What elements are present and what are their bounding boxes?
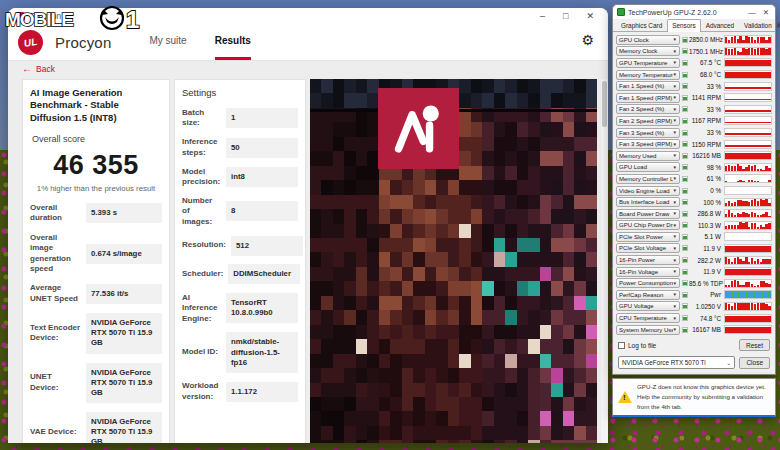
mini-chart-icon bbox=[682, 83, 688, 89]
sensor-dropdown[interactable]: Fan 2 Speed (RPM) ▼ bbox=[616, 116, 680, 126]
sensor-row: Memory Used ▼ 16216 MB bbox=[616, 150, 772, 162]
reset-button[interactable]: Reset bbox=[739, 339, 770, 351]
chevron-down-icon: ▼ bbox=[673, 37, 677, 42]
sensor-dropdown[interactable]: PCIe Slot Power ▼ bbox=[616, 232, 680, 242]
chevron-down-icon: ▼ bbox=[673, 304, 677, 309]
score-comparison-note: 1% higher than the previous result bbox=[30, 184, 162, 193]
sensor-dropdown[interactable]: Video Engine Load ▼ bbox=[616, 186, 680, 196]
chevron-down-icon: ▼ bbox=[673, 281, 677, 286]
sensor-dropdown[interactable]: Memory Used ▼ bbox=[616, 151, 680, 161]
sensor-value: 11.9 V bbox=[689, 268, 724, 275]
sensor-dropdown[interactable]: Fan 1 Speed (RPM) ▼ bbox=[616, 93, 680, 103]
sensor-label: GPU Temperature bbox=[619, 60, 673, 66]
procyon-content: ← Back AI Image Generation Benchmark - S… bbox=[8, 60, 608, 443]
sensor-row: Bus Interface Load ▼ 100 % bbox=[616, 196, 772, 208]
sensor-dropdown[interactable]: Bus Interface Load ▼ bbox=[616, 197, 680, 207]
mini-chart-icon bbox=[682, 292, 688, 298]
sensor-dropdown[interactable]: Memory Temperature ▼ bbox=[616, 70, 680, 80]
tab-validation[interactable]: Validation bbox=[739, 19, 777, 31]
mini-chart-icon bbox=[682, 222, 688, 228]
sensor-dropdown[interactable]: Board Power Draw ▼ bbox=[616, 209, 680, 219]
mini-chart-icon bbox=[682, 153, 688, 159]
devil-face-icon bbox=[101, 7, 123, 29]
sensor-dropdown[interactable]: System Memory Used ▼ bbox=[616, 325, 680, 335]
sensor-dropdown[interactable]: GPU Temperature ▼ bbox=[616, 58, 680, 68]
sensor-label: PCIe Slot Voltage bbox=[619, 245, 673, 251]
chevron-down-icon: ▼ bbox=[673, 176, 677, 181]
gpuz-close-button[interactable]: ✕ bbox=[763, 8, 769, 17]
kv-value: 50 bbox=[226, 138, 298, 158]
sensor-dropdown[interactable]: Fan 1 Speed (%) ▼ bbox=[616, 81, 680, 91]
mini-chart-icon bbox=[682, 211, 688, 217]
gpuz-window: TechPowerUp GPU-Z 2.62.0 — ✕ Graphics Ca… bbox=[612, 4, 776, 417]
mini-chart-icon bbox=[682, 315, 688, 321]
sensor-value: 110.3 W bbox=[689, 222, 724, 229]
chevron-down-icon: ▼ bbox=[673, 118, 677, 123]
sensor-graph bbox=[724, 314, 772, 323]
key-value-row: Average UNET Speed 77.536 it/s bbox=[30, 283, 162, 304]
kv-label: Model ID: bbox=[182, 347, 221, 357]
kv-label: Scheduler: bbox=[182, 269, 223, 279]
key-value-row: Model precision: int8 bbox=[182, 167, 298, 188]
device-select[interactable]: NVIDIA GeForce RTX 5070 Ti ⌄ bbox=[618, 356, 735, 369]
key-value-row: Overall image generation speed 0.674 s/i… bbox=[30, 233, 162, 275]
benchmark-title: AI Image Generation Benchmark - Stable D… bbox=[30, 87, 162, 124]
sensor-value: 16167 MB bbox=[689, 326, 724, 333]
chevron-down-icon: ▼ bbox=[673, 292, 677, 297]
kv-label: Batch size: bbox=[182, 108, 221, 129]
sensor-dropdown[interactable]: 16-Pin Power ▼ bbox=[616, 255, 680, 265]
result-metrics-list: Overall duration 5.393 s Overall image g… bbox=[30, 203, 162, 443]
sensor-dropdown[interactable]: GPU Chip Power Draw ▼ bbox=[616, 220, 680, 230]
kv-label: AI Inference Engine: bbox=[182, 293, 221, 324]
key-value-row: Overall duration 5.393 s bbox=[30, 203, 162, 224]
sensor-dropdown[interactable]: GPU Clock ▼ bbox=[616, 35, 680, 45]
tab-graphics-card[interactable]: Graphics Card bbox=[616, 19, 667, 31]
sensor-dropdown[interactable]: GPU Load ▼ bbox=[616, 162, 680, 172]
sensor-value: 74.8 °C bbox=[689, 315, 724, 322]
sensor-label: GPU Load bbox=[619, 164, 673, 170]
sensor-dropdown[interactable]: Fan 3 Speed (RPM) ▼ bbox=[616, 139, 680, 149]
kv-value: DDIMScheduler bbox=[228, 264, 300, 284]
minimize-button[interactable]: – bbox=[540, 11, 545, 21]
log-to-file-checkbox[interactable] bbox=[618, 342, 625, 349]
mini-chart-icon bbox=[682, 327, 688, 333]
tab-results[interactable]: Results bbox=[215, 24, 251, 60]
tab-my-suite[interactable]: My suite bbox=[149, 24, 186, 60]
vertical-scrollbar[interactable] bbox=[601, 79, 608, 443]
kv-value: int8 bbox=[226, 167, 298, 187]
sensor-label: System Memory Used bbox=[619, 327, 673, 333]
tab-sensors[interactable]: Sensors bbox=[667, 19, 700, 32]
sensor-dropdown[interactable]: Fan 2 Speed (%) ▼ bbox=[616, 104, 680, 114]
sensor-row: Memory Controller Load ▼ 61 % bbox=[616, 173, 772, 185]
sensor-dropdown[interactable]: Fan 3 Speed (%) ▼ bbox=[616, 128, 680, 138]
sensor-value: 16216 MB bbox=[689, 152, 724, 159]
sensor-label: GPU Chip Power Draw bbox=[619, 222, 673, 228]
sensor-graph bbox=[724, 174, 772, 183]
sensor-graph bbox=[724, 140, 772, 149]
sensor-dropdown[interactable]: Memory Clock ▼ bbox=[616, 46, 680, 56]
back-button[interactable]: ← Back bbox=[8, 61, 608, 76]
sensor-dropdown[interactable]: Memory Controller Load ▼ bbox=[616, 174, 680, 184]
sensor-row: Memory Clock ▼ 1750.1 MHz bbox=[616, 46, 772, 58]
gpuz-minimize-button[interactable]: — bbox=[748, 8, 756, 17]
sensor-dropdown[interactable]: Power Consumption (%) ▼ bbox=[616, 278, 680, 288]
scrollbar-thumb[interactable] bbox=[602, 81, 607, 127]
key-value-row: Model ID: nmkd/stable-diffusion-1.5-fp16 bbox=[182, 332, 298, 372]
sensor-dropdown[interactable]: 16-Pin Voltage ▼ bbox=[616, 267, 680, 277]
sensor-dropdown[interactable]: PerfCap Reason ▼ bbox=[616, 290, 680, 300]
sensor-label: Fan 1 Speed (%) bbox=[619, 83, 673, 89]
sensor-dropdown[interactable]: CPU Temperature ▼ bbox=[616, 313, 680, 323]
close-button-gpuz[interactable]: Close bbox=[739, 357, 770, 369]
close-button[interactable]: ✕ bbox=[586, 11, 594, 21]
tab-advanced[interactable]: Advanced bbox=[701, 19, 739, 31]
sensor-dropdown[interactable]: PCIe Slot Voltage ▼ bbox=[616, 243, 680, 253]
sensor-value: 100 % bbox=[689, 199, 724, 206]
chevron-down-icon: ▼ bbox=[673, 165, 677, 170]
sensor-dropdown[interactable]: GPU Voltage ▼ bbox=[616, 301, 680, 311]
sensor-label: Memory Clock bbox=[619, 48, 673, 54]
chevron-down-icon: ▼ bbox=[673, 72, 677, 77]
maximize-button[interactable]: □ bbox=[563, 11, 568, 21]
gear-icon[interactable]: ⚙ bbox=[581, 32, 594, 48]
sensor-value: 68.0 °C bbox=[689, 71, 724, 78]
sensor-label: 16-Pin Power bbox=[619, 257, 673, 263]
